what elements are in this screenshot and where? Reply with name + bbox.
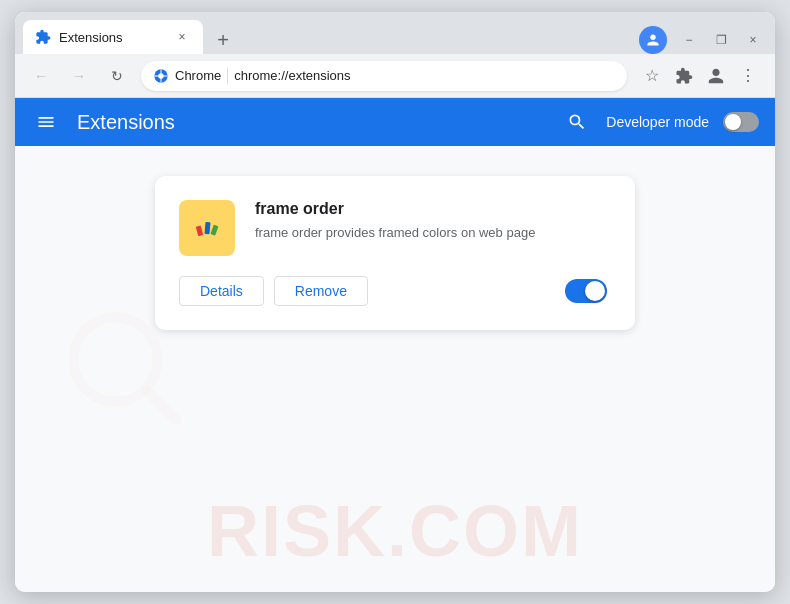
remove-button[interactable]: Remove bbox=[274, 276, 368, 306]
reload-button[interactable]: ↻ bbox=[103, 62, 131, 90]
new-tab-button[interactable]: + bbox=[209, 26, 237, 54]
minimize-button[interactable]: − bbox=[675, 26, 703, 54]
url-site-label: Chrome bbox=[175, 68, 221, 83]
tab-close-btn[interactable]: × bbox=[173, 28, 191, 46]
url-divider bbox=[227, 68, 228, 84]
extensions-page-title: Extensions bbox=[77, 111, 546, 134]
back-button[interactable]: ← bbox=[27, 62, 55, 90]
address-bar: ← → ↻ Chrome chrome://extensions ☆ ⋮ bbox=[15, 54, 775, 98]
bookmark-icon[interactable]: ☆ bbox=[637, 61, 667, 91]
title-bar: Extensions × + − ❐ × bbox=[15, 12, 775, 54]
profile-toolbar-icon[interactable] bbox=[701, 61, 731, 91]
search-icon[interactable] bbox=[562, 107, 592, 137]
extension-toggle-knob bbox=[585, 281, 605, 301]
url-bar[interactable]: Chrome chrome://extensions bbox=[141, 61, 627, 91]
url-text: chrome://extensions bbox=[234, 68, 350, 83]
extension-info: frame order frame order provides framed … bbox=[255, 200, 607, 242]
tab-favicon bbox=[35, 29, 51, 45]
toggle-knob bbox=[725, 114, 741, 130]
url-site-icon bbox=[153, 68, 169, 84]
extension-card-header: frame order frame order provides framed … bbox=[179, 200, 607, 256]
svg-rect-6 bbox=[204, 222, 210, 234]
extension-description: frame order provides framed colors on we… bbox=[255, 224, 607, 242]
watermark-text: RISK.COM bbox=[207, 490, 583, 572]
maximize-button[interactable]: ❐ bbox=[707, 26, 735, 54]
extensions-content: RISK.COM frame bbox=[15, 146, 775, 592]
toolbar-actions: ☆ ⋮ bbox=[637, 61, 763, 91]
close-button[interactable]: × bbox=[739, 26, 767, 54]
active-tab[interactable]: Extensions × bbox=[23, 20, 203, 54]
tab-title: Extensions bbox=[59, 30, 123, 45]
hamburger-menu-icon[interactable] bbox=[31, 107, 61, 137]
header-actions: Developer mode bbox=[562, 107, 759, 137]
svg-line-3 bbox=[147, 391, 176, 420]
developer-mode-toggle[interactable] bbox=[723, 112, 759, 132]
browser-window: Extensions × + − ❐ × ← → ↻ Chrome chr bbox=[15, 12, 775, 592]
details-button[interactable]: Details bbox=[179, 276, 264, 306]
tab-bar: Extensions × + − ❐ × bbox=[23, 12, 767, 54]
menu-icon[interactable]: ⋮ bbox=[733, 61, 763, 91]
extension-card: frame order frame order provides framed … bbox=[155, 176, 635, 330]
extension-name: frame order bbox=[255, 200, 607, 218]
forward-button[interactable]: → bbox=[65, 62, 93, 90]
extension-enable-toggle[interactable] bbox=[565, 279, 607, 303]
developer-mode-label: Developer mode bbox=[606, 114, 709, 130]
extension-icon bbox=[179, 200, 235, 256]
extensions-icon[interactable] bbox=[669, 61, 699, 91]
extensions-header: Extensions Developer mode bbox=[15, 98, 775, 146]
extension-card-footer: Details Remove bbox=[179, 276, 607, 306]
profile-button[interactable] bbox=[639, 26, 667, 54]
